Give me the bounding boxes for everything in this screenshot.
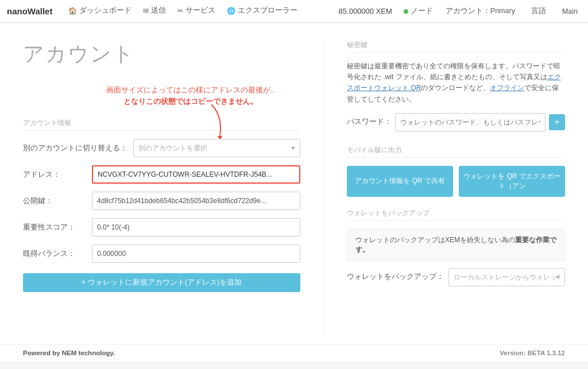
password-row: パスワード： + [347, 113, 565, 131]
nav-account[interactable]: アカウント：Primary [442, 6, 519, 16]
node-label: ノード [411, 6, 433, 16]
importance-input[interactable] [92, 218, 300, 236]
share-qr-button[interactable]: アカウント情報を QR で共有 [347, 166, 453, 197]
secret-key-section: 秘密鍵 秘密鍵は最重要機密であり全ての権限を保有します。パスワードで暗号化された… [347, 40, 565, 131]
public-key-label: 公開鍵： [23, 196, 86, 206]
services-icon: ✂ [177, 7, 183, 15]
nav-explorer[interactable]: 🌐 エクスプローラー [221, 0, 303, 22]
backup-row: ウォレットをバックアップ： ローカルストレージからウォレットを選択して [347, 268, 565, 286]
navbar: nanoWallet 🏠 ダッシュボード ✉ 送信 ✂ サービス 🌐 エクスプロ… [0, 0, 588, 23]
balance-label: 既得バランス： [23, 249, 86, 259]
secret-info-mid: のダウンロードなど、 [421, 84, 490, 92]
right-panel: 秘密鍵 秘密鍵は最重要機密であり全ての権限を保有します。パスワードで暗号化された… [347, 40, 565, 333]
nav-services-label: サービス [185, 6, 215, 15]
backup-select-wrap[interactable]: ローカルストレージからウォレットを選択して [448, 268, 565, 286]
backup-label: ウォレットをバックアップ： [347, 272, 444, 282]
explorer-icon: 🌐 [227, 7, 235, 15]
switch-account-select[interactable]: 別のアカウントを選択 [133, 139, 300, 157]
password-input[interactable] [395, 113, 546, 131]
annotation-line2: となりこの状態ではコピーできません。 [85, 96, 296, 107]
footer-version-text: Version: [500, 349, 528, 356]
home-icon: 🏠 [68, 7, 77, 15]
public-key-row: 公開鍵： [23, 192, 300, 210]
nav-right: ノード アカウント：Primary 言語 Main [404, 6, 581, 16]
export-qr-button[interactable]: ウォレットを QR でエクスポート（アン [459, 166, 565, 197]
annotation-box: 画面サイズによってはこの様にアドレスの最後が.. となりこの状態ではコピーできま… [80, 82, 300, 109]
nav-dashboard-label: ダッシュボード [79, 6, 131, 15]
mobile-section: モバイル版に出力 アカウント情報を QR で共有 ウォレットを QR でエクスポ… [347, 145, 565, 197]
nav-node: ノード [404, 6, 433, 16]
address-row: アドレス： [23, 165, 300, 184]
mobile-section-title: モバイル版に出力 [347, 145, 565, 158]
footer-right: Version: BETA 1.3.12 [500, 349, 565, 356]
secret-info-text1: 秘密鍵は最重要機密であり全ての権限を保有します。パスワードで暗号化された .wi… [347, 62, 560, 81]
password-label: パスワード： [347, 117, 392, 127]
brand-bold: Wallet [28, 6, 53, 16]
nav-balance: 85.000000 XEM [333, 7, 398, 15]
panel-divider [323, 40, 324, 333]
importance-row: 重要性スコア： [23, 218, 300, 236]
annotation-area: 画面サイズによってはこの様にアドレスの最後が.. となりこの状態ではコピーできま… [80, 82, 300, 109]
nav-main[interactable]: Main [559, 7, 581, 15]
mobile-buttons: アカウント情報を QR で共有 ウォレットを QR でエクスポート（アン [347, 166, 565, 197]
brand-light: nano [7, 6, 28, 16]
offline-link[interactable]: オフライン [490, 84, 524, 92]
backup-warning-text: ウォレットのバックアップはXEMを紛失しない為の [355, 236, 515, 244]
nav-lang[interactable]: 言語 [528, 6, 550, 16]
nav-explorer-label: エクスプローラー [238, 6, 297, 15]
address-input[interactable] [92, 165, 300, 184]
annotation-arrow-icon [191, 104, 231, 139]
footer-version-bold: BETA 1.3.12 [528, 349, 565, 356]
balance-input[interactable] [92, 244, 300, 263]
left-panel: アカウント 画面サイズによってはこの様にアドレスの最後が.. となりこの状態では… [23, 40, 300, 333]
right-section-title: 秘密鍵 [347, 40, 565, 53]
nav-send-label: 送信 [151, 6, 166, 15]
secret-key-info: 秘密鍵は最重要機密であり全ての権限を保有します。パスワードで暗号化された .wi… [347, 61, 565, 105]
nav-send[interactable]: ✉ 送信 [137, 0, 172, 22]
send-icon: ✉ [143, 7, 149, 15]
nav-dashboard[interactable]: 🏠 ダッシュボード [63, 0, 137, 22]
plus-button[interactable]: + [549, 114, 565, 130]
balance-row: 既得バランス： [23, 244, 300, 263]
add-account-button[interactable]: + ウォレットに新規アカウント(アドレス)を追加 [23, 273, 300, 292]
switch-account-label: 別のアカウントに切り替える： [23, 143, 127, 153]
left-section-title: アカウント情報 [23, 118, 300, 131]
footer-brand: NEM technology. [62, 349, 115, 356]
backup-section-title: ウォレットをバックアップ [347, 208, 565, 221]
nav-brand[interactable]: nanoWallet [7, 6, 52, 16]
footer: Powered by NEM technology. Version: BETA… [0, 344, 588, 361]
public-key-input[interactable] [92, 192, 300, 210]
address-label: アドレス： [23, 170, 86, 180]
backup-select[interactable]: ローカルストレージからウォレットを選択して [448, 268, 565, 286]
page-title: アカウント [23, 40, 300, 68]
footer-left-text: Powered by [23, 349, 62, 356]
switch-account-select-wrap[interactable]: 別のアカウントを選択 [133, 139, 300, 157]
backup-warning: ウォレットのバックアップはXEMを紛失しない為の重要な作業です。 [347, 229, 565, 261]
backup-section: ウォレットをバックアップ ウォレットのバックアップはXEMを紛失しない為の重要な… [347, 208, 565, 286]
nav-services[interactable]: ✂ サービス [172, 0, 221, 22]
switch-account-row: 別のアカウントに切り替える： 別のアカウントを選択 [23, 139, 300, 157]
footer-left: Powered by NEM technology. [23, 349, 115, 356]
node-status-dot [404, 9, 408, 14]
annotation-line1: 画面サイズによってはこの様にアドレスの最後が.. [85, 84, 296, 96]
main-content: アカウント 画面サイズによってはこの様にアドレスの最後が.. となりこの状態では… [0, 23, 588, 344]
importance-label: 重要性スコア： [23, 223, 86, 232]
